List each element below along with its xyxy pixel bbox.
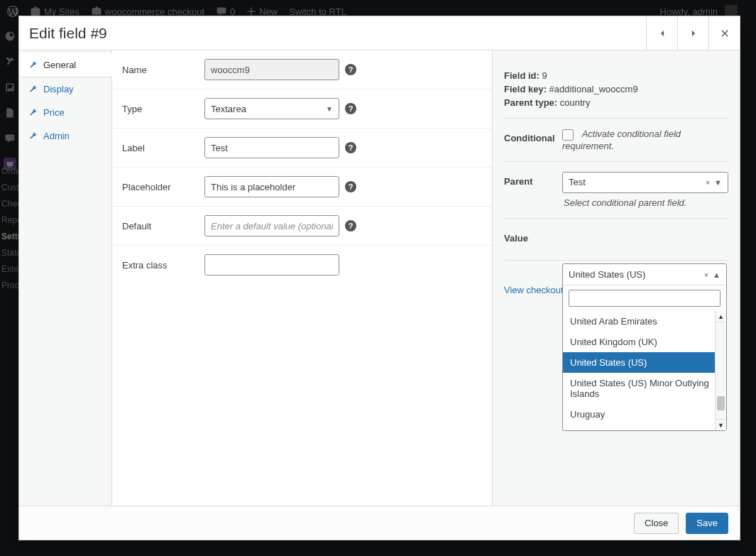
form-area: Name ? Type Textarea ▼ ? Label (112, 50, 493, 506)
tab-admin-label: Admin (43, 131, 70, 141)
default-input[interactable] (204, 215, 339, 236)
extraclass-input[interactable] (204, 254, 339, 276)
next-button[interactable] (677, 16, 708, 50)
value-dropdown: United States (US) × ▲ United Arab Emira… (562, 263, 727, 431)
parent-value: Test (569, 177, 586, 187)
label-label: Label (112, 143, 204, 153)
chevron-right-icon (689, 28, 699, 38)
placeholder-input[interactable] (204, 176, 339, 197)
value-label: Value (504, 229, 562, 244)
modal-header: Edit field #9 (19, 16, 740, 50)
tab-general[interactable]: General (19, 53, 112, 77)
edit-field-modal: Edit field #9 General Display Price (18, 16, 740, 540)
tab-price-label: Price (43, 107, 65, 118)
dropdown-option[interactable]: Uzbekistan (563, 425, 726, 430)
meta-panel: Field id: 9 Field key: #additional_woocc… (493, 50, 740, 506)
prev-button[interactable] (646, 16, 677, 50)
placeholder-label: Placeholder (112, 182, 204, 192)
dropdown-option[interactable]: United States (US) Minor Outlying Island… (563, 373, 726, 404)
modal-footer: Close Save (19, 506, 740, 540)
type-value: Textarea (211, 104, 246, 114)
modal-tabs: General Display Price Admin (19, 50, 112, 506)
parent-label: Parent (504, 172, 562, 187)
name-input[interactable] (204, 59, 339, 80)
dropdown-option[interactable]: United Arab Emirates (563, 311, 726, 332)
close-icon (720, 28, 730, 38)
parent-type-line: Parent type: country (504, 97, 728, 108)
dropdown-option[interactable]: Uruguay (563, 404, 726, 425)
wrench-icon (29, 132, 38, 141)
value-selected: United States (US) (569, 269, 645, 280)
chevron-down-icon: ▼ (714, 178, 722, 187)
wrench-icon (29, 85, 38, 94)
dropdown-option[interactable]: United States (US) (563, 352, 726, 373)
wrench-icon (29, 109, 38, 117)
dropdown-listbox: United Arab Emirates United Kingdom (UK)… (563, 311, 726, 430)
save-button[interactable]: Save (686, 513, 728, 534)
extraclass-label: Extra class (112, 260, 204, 271)
tab-admin[interactable]: Admin (19, 124, 111, 148)
dropdown-search-input[interactable] (569, 290, 721, 307)
scroll-up-icon[interactable]: ▲ (716, 311, 726, 322)
modal-title: Edit field #9 (29, 25, 646, 42)
parent-hint: Select conditional parent field. (562, 197, 728, 208)
conditional-checkbox[interactable] (562, 129, 574, 141)
field-id-line: Field id: 9 (504, 70, 728, 81)
chevron-left-icon (657, 28, 667, 38)
scrollbar[interactable]: ▲ ▼ (715, 311, 726, 430)
chevron-up-icon: ▲ (713, 271, 721, 279)
clear-icon[interactable]: × (704, 271, 708, 279)
close-button[interactable] (708, 16, 740, 50)
name-label: Name (112, 65, 204, 75)
dropdown-option[interactable]: United Kingdom (UK) (563, 332, 726, 352)
help-icon[interactable]: ? (345, 220, 356, 231)
tab-display[interactable]: Display (19, 77, 111, 101)
close-button[interactable]: Close (634, 513, 679, 534)
help-icon[interactable]: ? (345, 181, 356, 192)
chevron-down-icon: ▼ (326, 105, 333, 113)
clear-icon[interactable]: × (706, 178, 710, 187)
tab-display-label: Display (43, 84, 74, 94)
wrench-icon (29, 61, 38, 70)
value-select-header[interactable]: United States (US) × ▲ (563, 264, 726, 285)
conditional-text: Activate conditional field requirement. (562, 129, 681, 151)
scroll-thumb[interactable] (717, 396, 725, 410)
parent-select[interactable]: Test ×▼ (562, 172, 728, 193)
type-label: Type (112, 104, 204, 114)
scroll-down-icon[interactable]: ▼ (716, 419, 726, 430)
tab-general-label: General (43, 60, 76, 70)
conditional-label: Conditional (504, 129, 562, 143)
help-icon[interactable]: ? (345, 103, 356, 114)
tab-price[interactable]: Price (19, 101, 111, 124)
type-select[interactable]: Textarea ▼ (204, 98, 339, 119)
help-icon[interactable]: ? (345, 64, 356, 75)
label-input[interactable] (204, 137, 339, 158)
field-key-line: Field key: #additional_wooccm9 (504, 84, 728, 94)
default-label: Default (112, 221, 204, 231)
help-icon[interactable]: ? (345, 142, 356, 153)
